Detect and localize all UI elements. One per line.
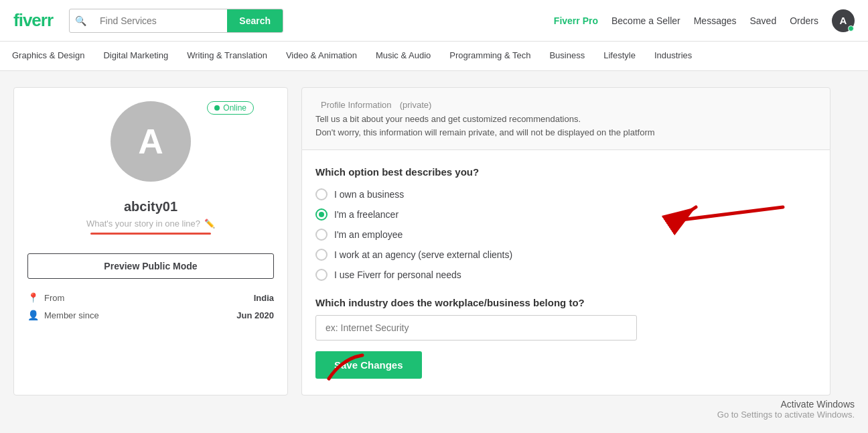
- red-underline: [90, 233, 211, 235]
- member-since-row: 👤 Member since Jun 2020: [27, 310, 274, 320]
- search-bar: 🔍 Search: [69, 9, 283, 33]
- search-input[interactable]: [92, 10, 227, 32]
- category-nav: Graphics & DesignDigital MarketingWritin…: [0, 42, 868, 71]
- messages-link[interactable]: Messages: [694, 15, 737, 26]
- cat-item-writing---translation[interactable]: Writing & Translation: [177, 42, 277, 71]
- saved-link[interactable]: Saved: [750, 15, 777, 26]
- radio-freelancer[interactable]: I'm a freelancer: [315, 208, 816, 221]
- cat-item-graphics---design[interactable]: Graphics & Design: [3, 42, 94, 71]
- member-since-value: Jun 2020: [236, 310, 274, 320]
- radio-personal[interactable]: I use Fiverr for personal needs: [315, 269, 816, 281]
- question1-label: Which option best describes you?: [315, 166, 816, 178]
- profile-info-title: Profile Information (private): [315, 99, 816, 110]
- preview-public-mode-button[interactable]: Preview Public Mode: [27, 253, 274, 279]
- cat-item-industries[interactable]: Industries: [645, 42, 701, 71]
- radio-circle-agency: [315, 249, 328, 261]
- profile-card: Online A abcity01 What's your story in o…: [13, 87, 288, 395]
- save-changes-button[interactable]: Save Changes: [315, 351, 422, 379]
- fiverr-pro-link[interactable]: Fiverr Pro: [554, 15, 598, 26]
- profile-info-desc1: Tell us a bit about your needs and get c…: [315, 113, 816, 126]
- activate-windows-watermark: Activate Windows Go to Settings to activ…: [717, 399, 855, 412]
- header-nav: Fiverr Pro Become a Seller Messages Save…: [554, 9, 855, 32]
- cat-item-programming---tech[interactable]: Programming & Tech: [440, 42, 540, 71]
- cat-item-video---animation[interactable]: Video & Animation: [277, 42, 366, 71]
- profile-avatar: A: [111, 101, 191, 182]
- edit-icon[interactable]: ✏️: [204, 219, 215, 229]
- radio-employee[interactable]: I'm an employee: [315, 229, 816, 241]
- person-icon: 👤: [27, 310, 39, 320]
- search-button[interactable]: Search: [227, 9, 283, 32]
- search-icon: 🔍: [70, 15, 92, 26]
- header: fiverr 🔍 Search Fiverr Pro Become a Sell…: [0, 0, 868, 42]
- radio-circle-business: [315, 188, 328, 200]
- location-icon: 📍: [27, 292, 39, 303]
- username: abcity01: [27, 199, 274, 214]
- cat-item-lifestyle[interactable]: Lifestyle: [594, 42, 645, 71]
- radio-circle-personal: [315, 269, 328, 281]
- avatar-section: Online A: [27, 101, 274, 188]
- online-indicator: [848, 25, 854, 32]
- radio-business[interactable]: I own a business: [315, 188, 816, 200]
- from-row: 📍 From India: [27, 292, 274, 303]
- online-badge: Online: [207, 101, 254, 115]
- profile-info-desc2: Don't worry, this information will remai…: [315, 126, 816, 139]
- avatar[interactable]: A: [832, 9, 855, 32]
- profile-info-box: Profile Information (private) Tell us a …: [301, 87, 830, 150]
- cat-item-digital-marketing[interactable]: Digital Marketing: [94, 42, 177, 71]
- profile-meta: 📍 From India 👤 Member since Jun 2020: [27, 292, 274, 320]
- radio-group: I own a business I'm a freelancer I'm an…: [315, 188, 816, 281]
- logo: fiverr: [13, 10, 53, 31]
- cat-item-business[interactable]: Business: [540, 42, 594, 71]
- cat-item-music---audio[interactable]: Music & Audio: [366, 42, 440, 71]
- radio-label-agency: I work at an agency (serve external clie…: [334, 249, 512, 260]
- main-content: Online A abcity01 What's your story in o…: [0, 71, 844, 412]
- orders-link[interactable]: Orders: [790, 15, 818, 26]
- radio-circle-employee: [315, 229, 328, 241]
- online-dot: [214, 105, 220, 111]
- become-seller-link[interactable]: Become a Seller: [611, 15, 680, 26]
- right-panel: Profile Information (private) Tell us a …: [301, 87, 830, 395]
- radio-inner-freelancer: [319, 212, 324, 217]
- profile-form: Which option best describes you? I own a…: [301, 150, 830, 395]
- radio-label-personal: I use Fiverr for personal needs: [334, 269, 461, 280]
- radio-label-business: I own a business: [334, 189, 404, 200]
- tagline-row: What's your story in one line? ✏️: [27, 219, 274, 229]
- radio-label-employee: I'm an employee: [334, 229, 403, 240]
- question2-label: Which industry does the workplace/busine…: [315, 297, 816, 308]
- radio-circle-freelancer: [315, 208, 328, 221]
- radio-label-freelancer: I'm a freelancer: [334, 209, 399, 220]
- radio-agency[interactable]: I work at an agency (serve external clie…: [315, 249, 816, 261]
- industry-input[interactable]: [315, 315, 637, 341]
- from-value: India: [254, 293, 274, 303]
